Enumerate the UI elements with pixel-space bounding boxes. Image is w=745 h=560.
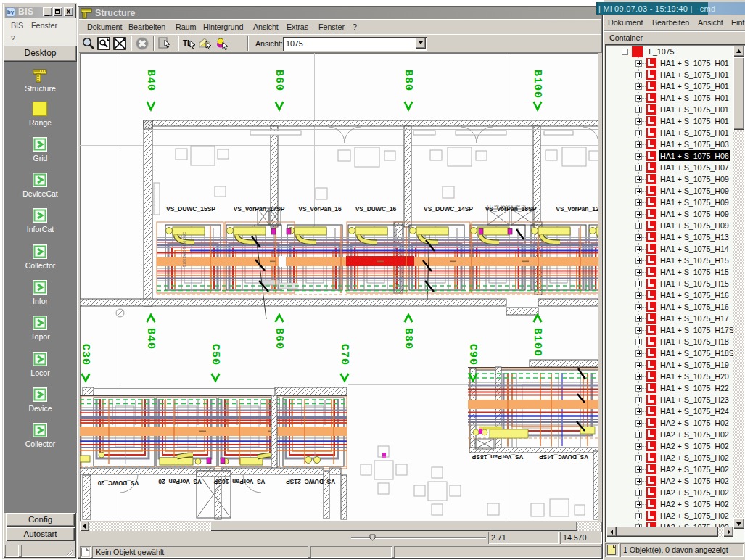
- svg-text:VS_VorPan_16: VS_VorPan_16: [298, 205, 342, 213]
- svg-text:B40: B40: [144, 328, 157, 350]
- svg-text:VS_DUWC_15SP: VS_DUWC_15SP: [166, 205, 215, 213]
- svg-text:VS_DUWC_14SP: VS_DUWC_14SP: [424, 205, 473, 213]
- svg-text:VS_VorPan_12: VS_VorPan_12: [556, 205, 598, 213]
- svg-text:VS_DUWC_20: VS_DUWC_20: [97, 479, 139, 487]
- svg-text:VS_DUWC_16: VS_DUWC_16: [355, 205, 397, 213]
- svg-text:B60: B60: [273, 70, 285, 91]
- svg-text:VS_DUWC_14SP: VS_DUWC_14SP: [539, 453, 588, 461]
- svg-text:VS_VorPan_17SP: VS_VorPan_17SP: [234, 205, 285, 213]
- svg-text:C70: C70: [338, 344, 350, 366]
- svg-text:VS_VorPan_18SP: VS_VorPan_18SP: [472, 453, 523, 461]
- svg-text:VS_VorPan_16SP: VS_VorPan_16SP: [213, 478, 265, 485]
- svg-text:VS_DUWC_21SP: VS_DUWC_21SP: [286, 478, 335, 485]
- svg-text:VS_VorPan_18SP: VS_VorPan_18SP: [485, 205, 537, 213]
- svg-text:C50: C50: [209, 344, 221, 366]
- svg-text:B80: B80: [402, 328, 414, 350]
- svg-text:VS_VorPan_20: VS_VorPan_20: [158, 478, 202, 485]
- svg-text:C90: C90: [466, 344, 479, 366]
- svg-text:B80: B80: [402, 70, 414, 91]
- svg-text:B60: B60: [273, 328, 285, 350]
- svg-text:C30: C30: [80, 344, 91, 366]
- svg-text:B100: B100: [531, 70, 543, 99]
- svg-text:B100: B100: [531, 328, 543, 357]
- svg-text:B40: B40: [144, 70, 157, 91]
- svg-text:5.180 OWC 5.180 OWC: 5.180 OWC 5.180 OWC: [183, 231, 186, 267]
